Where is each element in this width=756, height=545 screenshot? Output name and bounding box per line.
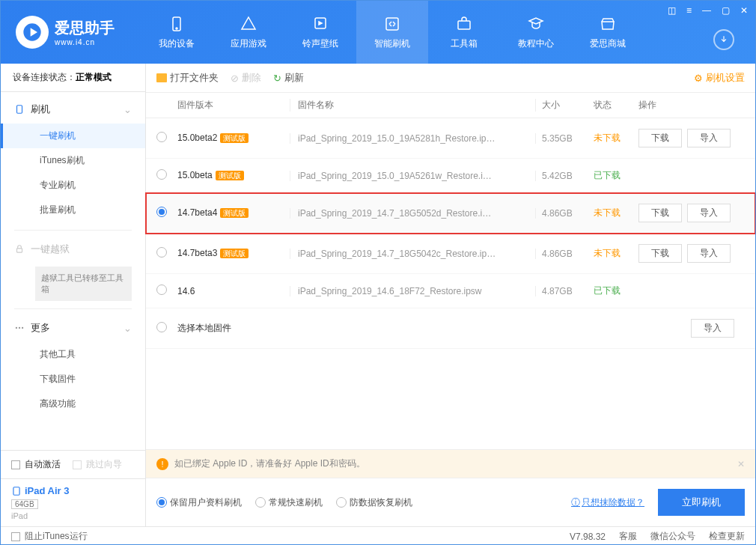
gear-icon: ⚙ — [694, 73, 703, 84]
nav-tutorial[interactable]: 教程中心 — [500, 1, 572, 64]
sidebar-download-fw[interactable]: 下载固件 — [1, 367, 145, 392]
radio-row[interactable] — [156, 284, 167, 295]
sidebar-more[interactable]: 更多 ⌄ — [1, 314, 145, 342]
local-firmware-row[interactable]: 选择本地固件 导入 — [146, 308, 755, 349]
refresh-icon: ↻ — [273, 73, 281, 84]
size-text: 4.86GB — [535, 249, 588, 259]
connection-status: 设备连接状态：正常模式 — [1, 64, 145, 92]
beta-tag: 测试版 — [220, 249, 249, 258]
firmware-name: iPad_Spring_2019_15.0_19A5261w_Restore.i… — [290, 171, 535, 181]
logo[interactable]: 爱思助手 www.i4.cn — [1, 16, 129, 49]
nav-my-device[interactable]: 我的设备 — [141, 1, 213, 64]
sidebar-batch-flash[interactable]: 批量刷机 — [1, 198, 145, 222]
update-link[interactable]: 检查更新 — [709, 530, 745, 543]
nav-apps[interactable]: 应用游戏 — [213, 1, 284, 64]
opt-antirecover[interactable]: 防数据恢复刷机 — [336, 496, 412, 509]
opt-quick[interactable]: 常规快速刷机 — [255, 496, 323, 509]
table-row[interactable]: 15.0beta2测试版 iPad_Spring_2019_15.0_19A52… — [146, 118, 755, 159]
svg-rect-5 — [17, 106, 22, 114]
size-text: 5.42GB — [535, 171, 588, 181]
sidebar-other-tools[interactable]: 其他工具 — [1, 342, 145, 367]
status-text: 已下载 — [588, 284, 632, 297]
size-text: 4.87GB — [535, 286, 588, 296]
import-button[interactable]: 导入 — [687, 129, 731, 147]
close-icon[interactable]: ✕ — [740, 5, 748, 16]
jailbreak-note: 越狱工具已转移至工具箱 — [35, 267, 132, 301]
download-circle-icon[interactable] — [713, 29, 734, 50]
close-alert-icon[interactable]: ✕ — [737, 459, 745, 469]
table-row[interactable]: 15.0beta测试版 iPad_Spring_2019_15.0_19A526… — [146, 159, 755, 193]
nav-store[interactable]: 爱思商城 — [572, 1, 644, 64]
wechat-link[interactable]: 微信公众号 — [650, 530, 695, 543]
firmware-name: iPad_Spring_2019_14.6_18F72_Restore.ipsw — [290, 286, 535, 296]
sidebar-flash[interactable]: 刷机 ⌄ — [1, 95, 145, 124]
sidebar-advanced[interactable]: 高级功能 — [1, 392, 145, 416]
auto-activate-checkbox[interactable] — [11, 460, 20, 469]
table-row[interactable]: 14.7beta3测试版 iPad_Spring_2019_14.7_18G50… — [146, 234, 755, 274]
table-row[interactable]: 14.7beta4测试版 iPad_Spring_2019_14.7_18G50… — [146, 193, 755, 234]
size-text: 5.35GB — [535, 133, 588, 144]
firmware-name: iPad_Spring_2019_14.7_18G5052d_Restore.i… — [290, 208, 535, 219]
radio-local[interactable] — [156, 322, 167, 332]
refresh-button[interactable]: ↻刷新 — [273, 71, 304, 85]
version-label: V7.98.32 — [570, 532, 606, 542]
auto-activate-row: 自动激活 跳过向导 — [1, 451, 145, 478]
svg-rect-6 — [17, 249, 22, 252]
version-text: 14.7beta4 — [177, 207, 217, 218]
radio-row[interactable] — [156, 169, 167, 180]
beta-tag: 测试版 — [220, 208, 249, 218]
device-info[interactable]: iPad Air 3 64GB iPad — [1, 478, 145, 526]
erase-only-link[interactable]: ⓘ只想抹除数据？ — [571, 496, 644, 509]
sidebar-pro-flash[interactable]: 专业刷机 — [1, 173, 145, 198]
import-button[interactable]: 导入 — [691, 319, 734, 338]
import-button[interactable]: 导入 — [687, 204, 731, 222]
nav-toolbox[interactable]: 工具箱 — [428, 1, 500, 64]
status-text: 已下载 — [588, 169, 632, 182]
sidebar-oneclick-flash[interactable]: 一键刷机 — [1, 124, 145, 148]
svg-rect-10 — [13, 487, 19, 495]
svg-point-7 — [16, 327, 17, 329]
version-text: 15.0beta2 — [177, 133, 217, 143]
brand-url: www.i4.cn — [55, 38, 115, 46]
sidebar-jailbreak: 一键越狱 — [1, 235, 145, 264]
maximize-icon[interactable]: ▢ — [722, 5, 730, 16]
minimize-icon[interactable]: — — [702, 5, 711, 16]
svg-point-1 — [176, 28, 177, 29]
shirt-icon[interactable]: ◫ — [668, 5, 676, 16]
nav-flash[interactable]: 智能刷机 — [356, 1, 428, 64]
opt-keep-data[interactable]: 保留用户资料刷机 — [156, 496, 242, 509]
menu-icon[interactable]: ≡ — [686, 5, 692, 16]
nav-ringtone[interactable]: 铃声壁纸 — [284, 1, 356, 64]
firmware-name: iPad_Spring_2019_14.7_18G5042c_Restore.i… — [290, 249, 535, 259]
sidebar-itunes-flash[interactable]: iTunes刷机 — [1, 148, 145, 173]
svg-point-8 — [19, 327, 20, 329]
window-controls: ◫ ≡ — ▢ ✕ — [668, 5, 748, 16]
delete-button[interactable]: ⊘删除 — [231, 71, 261, 85]
skip-guide-checkbox[interactable] — [73, 460, 82, 469]
flash-settings-button[interactable]: ⚙刷机设置 — [694, 71, 745, 85]
radio-row[interactable] — [156, 132, 167, 142]
size-text: 4.86GB — [535, 208, 588, 219]
status-text: 未下载 — [588, 207, 632, 219]
beta-tag: 测试版 — [220, 133, 249, 143]
version-text: 14.6 — [177, 286, 195, 296]
chevron-down-icon: ⌄ — [124, 104, 132, 115]
sidebar: 设备连接状态：正常模式 刷机 ⌄ 一键刷机 iTunes刷机 专业刷机 批量刷机… — [1, 64, 146, 526]
status-text: 未下载 — [588, 132, 632, 144]
main-nav: 我的设备 应用游戏 铃声壁纸 智能刷机 工具箱 教程中心 爱思商城 — [141, 1, 644, 64]
service-link[interactable]: 客服 — [619, 530, 637, 543]
download-button[interactable]: 下载 — [638, 129, 682, 147]
version-text: 15.0beta — [177, 170, 213, 180]
radio-row[interactable] — [156, 207, 167, 217]
beta-tag: 测试版 — [216, 171, 244, 180]
download-button[interactable]: 下载 — [638, 204, 682, 222]
block-itunes-checkbox[interactable] — [11, 532, 20, 541]
chevron-down-icon: ⌄ — [124, 323, 132, 334]
table-row[interactable]: 14.6 iPad_Spring_2019_14.6_18F72_Restore… — [146, 274, 755, 308]
download-button[interactable]: 下载 — [638, 244, 682, 263]
flash-now-button[interactable]: 立即刷机 — [658, 489, 745, 516]
open-folder-button[interactable]: 打开文件夹 — [156, 71, 219, 85]
import-button[interactable]: 导入 — [687, 244, 731, 263]
radio-row[interactable] — [156, 247, 167, 258]
version-text: 14.7beta3 — [177, 248, 217, 258]
